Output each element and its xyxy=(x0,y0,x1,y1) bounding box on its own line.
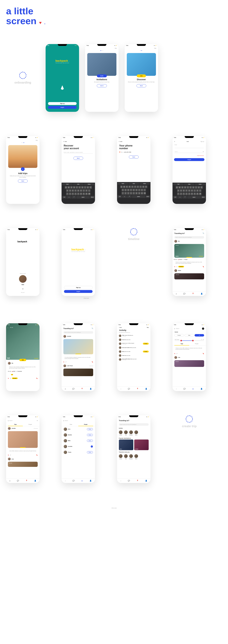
screen-discover: 9:41••• ⚡ Skip Join Discover Discover wh… xyxy=(125,44,158,112)
tabbar[interactable]: ⌂💬📍👤 xyxy=(117,386,150,391)
activity-row[interactable]: Sara and 5 others liked your post xyxy=(117,346,150,350)
login-button[interactable]: Log in xyxy=(64,290,92,293)
email-input[interactable] xyxy=(175,147,204,148)
city-avatar[interactable]: Bangkok xyxy=(129,430,133,436)
next-button[interactable]: Next xyxy=(136,84,146,87)
tabbar[interactable]: ⌂💬◎👤 xyxy=(62,478,95,483)
hero-image: Join xyxy=(127,53,156,76)
screen-welcome: 9:41••• ⚡ backpack ◦ Welcome back Matt ◉… xyxy=(6,228,40,296)
like-icon[interactable]: ♥ xyxy=(64,361,64,363)
activity-row[interactable]: Alex liked your post xyxy=(117,354,150,358)
tabbar[interactable]: ⌂💬📍👤 xyxy=(6,478,40,483)
fingerprint-icon[interactable]: ◉ xyxy=(6,285,40,292)
city-avatar[interactable]: Minsk xyxy=(134,430,138,436)
city-avatar[interactable]: Oslo xyxy=(124,430,128,436)
screen-splash: 9:41••• ⚡ backpack ◦ Travel with people.… xyxy=(46,44,79,112)
skip-button[interactable]: Skip xyxy=(6,139,40,142)
close-icon[interactable]: ✕ xyxy=(202,328,204,330)
signup-button[interactable]: Sign up xyxy=(64,286,92,289)
tabbar[interactable]: ⌂💬◎👤 xyxy=(172,386,206,391)
people-row[interactable]: SandraFollow xyxy=(62,432,95,438)
people-row[interactable]: TravisFollow xyxy=(62,450,95,455)
title: Invitations xyxy=(85,77,118,81)
activity-row[interactable]: Marry sent an inviteAccept xyxy=(117,350,150,354)
keyboard[interactable]: "Hello"HelloHellos QWERTYUIOPASDFGHJKL⇧Z… xyxy=(117,182,150,204)
city-avatar[interactable]: Minsk xyxy=(134,454,138,459)
add-button[interactable]: + xyxy=(21,167,24,171)
eye-icon[interactable]: 👁 xyxy=(203,151,204,152)
back-button[interactable]: back xyxy=(62,139,95,144)
title: Discover xyxy=(125,77,158,81)
city-avatar[interactable]: London xyxy=(119,454,122,459)
tabbar[interactable]: ⌂💬📍👤 xyxy=(172,292,206,296)
spinner-icon xyxy=(130,228,138,236)
back-button[interactable]: back xyxy=(117,139,150,144)
activity-row[interactable]: Sara and 56 others liked your post8 hour… xyxy=(117,358,150,362)
share-icon[interactable]: ↗ xyxy=(176,266,178,268)
activity-row[interactable]: Peter started following you.1 hour ago xyxy=(117,334,150,338)
dest-card[interactable]: BALI xyxy=(119,440,133,450)
bookmark-icon[interactable]: 🔖 xyxy=(92,361,93,363)
back-icon[interactable]: ‹ xyxy=(8,327,8,328)
join-button[interactable]: Join xyxy=(20,447,26,448)
screen-recover: 9:41••• ⚡ back Recoveryour account Enter… xyxy=(62,136,95,204)
login-button[interactable]: Log in xyxy=(174,158,204,161)
city-avatar[interactable]: London xyxy=(119,430,122,436)
share-icon[interactable]: ↗ xyxy=(65,361,66,363)
like-icon[interactable]: ♥ xyxy=(8,378,9,379)
dest-card[interactable]: JAPAN xyxy=(134,440,149,450)
back-icon[interactable]: ‹ back xyxy=(119,327,122,328)
activity-row[interactable]: Sara liked your post xyxy=(117,338,150,342)
screen-invitations: 9:41••• ⚡ Skip Invite Invitations Ask pe… xyxy=(85,44,118,112)
city-avatar[interactable]: Oslo xyxy=(124,454,128,459)
back-button[interactable]: Search✕ xyxy=(172,326,206,331)
next-button[interactable]: Next xyxy=(18,180,28,182)
avatar[interactable] xyxy=(19,275,26,283)
gotit-button[interactable]: Got it xyxy=(97,84,107,87)
people-row[interactable]: AlexFollow xyxy=(62,426,95,432)
recover-input[interactable]: Enter email, username or phone number xyxy=(64,152,93,154)
search-input[interactable]: Enter a name of a city you're traveling … xyxy=(119,423,149,426)
screen-search-filter: 9:41••• ⚡ Search✕ Gender FemaleMaleAll A… xyxy=(172,323,206,391)
logo: backpack ◦ xyxy=(6,231,40,243)
gender-segment[interactable]: FemaleMaleAll xyxy=(172,333,206,338)
screen-people-tab: 9:41••• ⚡ Search TripsPeople AlexFollowS… xyxy=(62,415,95,483)
next-button[interactable]: Next xyxy=(74,157,83,160)
notyou-link[interactable]: Not you? xyxy=(6,292,40,296)
skip-button[interactable]: Skip xyxy=(85,47,118,49)
invite-button[interactable]: Invite xyxy=(97,74,107,77)
tabbar[interactable]: ⌂💬📍👤 xyxy=(117,478,150,483)
login-button[interactable]: Log in xyxy=(48,106,76,109)
keyboard[interactable]: "Hello"HelloHellos QWERTYUIOPASDFGHJKL⇧Z… xyxy=(62,182,95,204)
search-input[interactable]: Enter a name of a city you're traveling … xyxy=(64,331,93,334)
next-button[interactable]: Next xyxy=(129,156,138,158)
section-onboarding-label: onboarding xyxy=(6,72,40,84)
phone-input[interactable]: 🍁+1|(123) 456-7890 xyxy=(117,150,150,154)
forgot-link[interactable]: Forgot Password? xyxy=(172,154,206,157)
activity-row[interactable]: Lee sent you a follow request4 hours ago… xyxy=(117,342,150,346)
search-icon[interactable]: 🔍 xyxy=(92,328,93,329)
filter-icon[interactable]: ⚙ xyxy=(37,420,38,421)
join-button[interactable]: Join xyxy=(75,354,81,354)
signup-button[interactable]: Sign up xyxy=(48,102,76,105)
people-row[interactable]: Jennifer✓ xyxy=(62,444,95,450)
like-icon[interactable]: ♥ xyxy=(174,266,175,268)
back-button[interactable]: backSign up xyxy=(172,139,206,144)
people-row[interactable]: MikeFollow xyxy=(62,438,95,444)
skip-button[interactable]: Skip xyxy=(125,47,158,49)
age-slider[interactable] xyxy=(175,340,204,341)
join-button[interactable]: Join xyxy=(19,359,26,361)
join-button[interactable]: Join xyxy=(186,257,192,258)
share-icon[interactable]: ↗ xyxy=(10,378,11,379)
city-avatar[interactable]: Bangkok xyxy=(129,454,133,459)
password-input[interactable]: ••••••••👁 xyxy=(175,151,204,153)
search-icon[interactable]: 🔍 xyxy=(202,232,204,234)
bookmark-icon[interactable]: 🔖 xyxy=(202,266,204,268)
tabbar[interactable]: ⌂💬📍👤 xyxy=(62,386,95,391)
spinner-icon xyxy=(186,415,193,423)
spinner-icon xyxy=(19,72,26,79)
search-input[interactable]: Enter a name of a city you're traveling … xyxy=(174,236,204,238)
join-button[interactable]: Join xyxy=(137,74,146,77)
keyboard[interactable]: "Hell"HelloHellos QWERTYUIOPASDFGHJKL⇧ZX… xyxy=(172,182,206,204)
bookmark-icon[interactable]: 🔖 xyxy=(36,378,38,379)
